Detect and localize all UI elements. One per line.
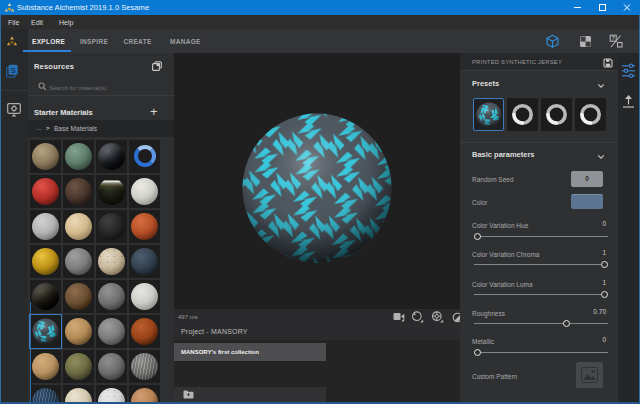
- svg-text:?: ?: [612, 35, 616, 41]
- svg-text:S: S: [10, 66, 16, 75]
